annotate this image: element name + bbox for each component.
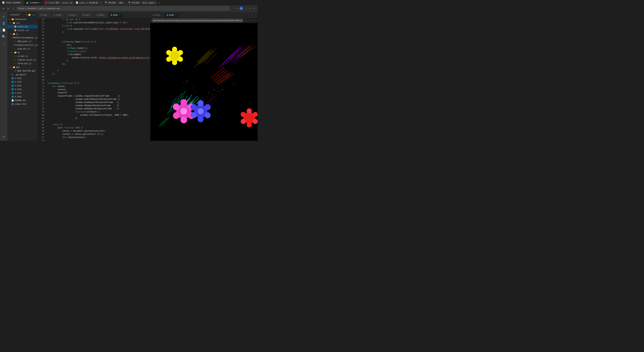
tree-item-5html[interactable]: 🌐 5.html xyxy=(8,91,38,95)
new-tab-button[interactable]: + xyxy=(157,1,161,5)
forward-button[interactable]: ▶ xyxy=(6,6,10,10)
tree-item-stylecss[interactable]: 🎨 style.css xyxy=(8,25,38,28)
preview-refresh-btn[interactable]: ↻ xyxy=(244,19,248,22)
tree-item-1html[interactable]: 🌐 1.html xyxy=(8,76,38,80)
code-line-66: } xyxy=(48,69,150,72)
sidebar-collapse-icon[interactable]: ⊖ xyxy=(34,13,36,16)
tab-3-favicon: ⬤ xyxy=(45,1,48,4)
activity-git[interactable]: ⑂ xyxy=(1,40,7,46)
editor-tab-3html-close[interactable]: ✕ xyxy=(76,14,78,16)
editor-tab-5html[interactable]: 5.html ✕ xyxy=(94,12,108,18)
maximize-btn[interactable]: □ xyxy=(248,6,252,10)
tree-item-three[interactable]: ⚡ three.min.js xyxy=(8,62,38,65)
browser-tab-3[interactable]: ⬤ Gitee 搜索 - Gitee.com ✕ xyxy=(44,0,74,5)
activity-menu[interactable]: ≡ xyxy=(1,13,7,19)
browser-chrome: 📝 写文章-CSDN博客 ✕ 💻 loveHeart ✕ ⬤ Gitee 搜索 … xyxy=(0,0,258,12)
preview-more-btn[interactable]: ⋯ xyxy=(253,19,256,22)
svg-point-66 xyxy=(220,93,221,93)
tree-item-simplex[interactable]: ⚡ simplex-noise.js xyxy=(8,58,38,62)
code-editor[interactable]: 5051525354555657585960616263646566676869… xyxy=(38,18,150,141)
tree-item-meshsurface[interactable]: ⚡ MeshSurfaceSampler.js xyxy=(8,36,38,39)
editor-tab-2html[interactable]: 2.html ✕ xyxy=(52,12,66,18)
editor-tab-5html-close[interactable]: ✕ xyxy=(105,14,106,16)
tree-item-6html[interactable]: 🌐 6.html xyxy=(8,95,38,99)
tree-item-trackball[interactable]: ⚡ TrackballControls.js xyxy=(8,43,38,47)
preview-tab-5html-label: 5.html xyxy=(152,14,160,16)
tab-2-close[interactable]: ✕ xyxy=(40,2,42,4)
tree-item-indexhtml[interactable]: 🌐 index.html xyxy=(8,102,38,106)
tree-item-4html[interactable]: 🌐 4.html xyxy=(8,87,38,91)
tree-item-readme[interactable]: 📄 README.md xyxy=(8,99,38,102)
preview-tab-6html-close[interactable]: ✕ xyxy=(175,14,176,16)
tab-6-label: 新年首题 - Bing images xyxy=(132,1,155,4)
activity-settings[interactable]: ⚙ xyxy=(1,133,7,139)
tree-item-2html[interactable]: 🌐 2.html xyxy=(8,80,38,84)
sidebar-refresh-icon[interactable]: ↻ xyxy=(32,13,33,16)
code-line-50: if (i !== -1) { xyxy=(48,18,150,21)
browser-tab-2[interactable]: 💻 loveHeart ✕ xyxy=(24,0,43,5)
tree-item-objloader[interactable]: ⚡ OBJLoader.js xyxy=(8,39,38,43)
extensions-btn[interactable]: ⚙ xyxy=(235,6,239,10)
editor-tab-6html-close[interactable]: ✕ xyxy=(119,14,120,16)
activity-search[interactable]: 🔍 xyxy=(1,33,7,39)
tab-5-close[interactable]: ✕ xyxy=(124,2,125,4)
tree-item-css[interactable]: ▼ 📁 css xyxy=(8,21,38,25)
file-icon-simplex: ⚡ xyxy=(14,59,17,61)
tab-1-close[interactable]: ✕ xyxy=(22,2,22,4)
preview-tab-6html[interactable]: 6.html ✕ xyxy=(164,12,178,18)
code-line-71: var canvas, xyxy=(48,85,150,88)
editor-tab-2html-close[interactable]: ✕ xyxy=(62,14,64,16)
preview-url-input[interactable] xyxy=(152,18,243,22)
tab-6-close[interactable]: ✕ xyxy=(156,2,157,4)
preview-tab-5html-close[interactable]: ✕ xyxy=(161,14,162,16)
tree-item-script[interactable]: ⚡ script.js xyxy=(8,54,38,58)
reload-button[interactable]: ↻ xyxy=(12,6,16,10)
close-browser-btn[interactable]: ✕ xyxy=(252,6,256,10)
back-button[interactable]: ◀ xyxy=(1,6,5,10)
svg-point-72 xyxy=(196,91,196,91)
sidebar-new-folder-icon[interactable]: 📁 xyxy=(28,13,31,16)
tree-label-stylecss: style.css xyxy=(18,25,28,28)
svg-point-96 xyxy=(247,108,252,113)
tree-item-me[interactable]: ▶ 📁 me xyxy=(8,51,38,54)
tab-4-close[interactable]: ✕ xyxy=(100,2,101,4)
browser-tab-1[interactable]: 📝 写文章-CSDN博客 ✕ xyxy=(1,0,24,5)
activity-explorer[interactable]: 📋 xyxy=(1,27,7,33)
browser-tab-6[interactable]: 🔍 新年首题 - Bing images ✕ xyxy=(127,0,157,5)
editor-tab-1html[interactable]: 1.html ✕ xyxy=(38,12,52,18)
tree-item-gitignore[interactable]: ⚙ .gitignore xyxy=(8,73,38,76)
code-line-72: context, xyxy=(48,88,150,91)
tree-item-gsap[interactable]: ⚡ gsap.min.js xyxy=(8,47,38,51)
browser-tab-4[interactable]: 📄 index.js 青木桶/踌/蜒姐节节书... ✕ xyxy=(74,0,103,5)
file-icon-4html: 🌐 xyxy=(12,88,14,90)
tree-item-mp3[interactable]: ▼ 📁 mp3 xyxy=(8,65,38,69)
bookmark-btn[interactable]: ☆ xyxy=(231,6,234,10)
preview-open-external-btn[interactable]: ↗ xyxy=(248,19,252,22)
editor-area: 1.html ✕ 2.html ✕ 3.html ✕ 4.html ✕ 5.ht… xyxy=(38,12,150,141)
activity-profile[interactable]: 👤 xyxy=(1,20,7,26)
browser-tab-5[interactable]: 🔍 新年首题 - 搜索 ✕ xyxy=(103,0,126,5)
tree-item-confession[interactable]: ▼ 📁 confession xyxy=(8,17,38,21)
code-content[interactable]: if (i !== -1) { S.UI.simulate(decodeURI(… xyxy=(46,18,150,141)
editor-tab-4html-close[interactable]: ✕ xyxy=(91,14,92,16)
editor-tab-6html[interactable]: 6.html ✕ xyxy=(108,12,122,18)
tree-item-js[interactable]: ▼ 📁 js xyxy=(8,32,38,36)
code-line-60: //console.log(m); xyxy=(48,50,150,53)
svg-point-71 xyxy=(194,86,194,86)
tree-item-3html[interactable]: 🌐 3.html xyxy=(8,84,38,87)
tab-3-close[interactable]: ✕ xyxy=(73,2,74,4)
profile-btn[interactable]: A xyxy=(240,6,243,10)
editor-tab-3html[interactable]: 3.html ✕ xyxy=(66,12,80,18)
svg-point-110 xyxy=(171,106,172,107)
preview-tab-5html[interactable]: 5.html ✕ xyxy=(150,12,164,18)
sidebar-new-file-icon[interactable]: ⊕ xyxy=(26,13,27,16)
address-bar[interactable]: https://fbede841.lightly.teamcode.com xyxy=(16,6,230,10)
tree-item-style1css[interactable]: 🎨 style1.css xyxy=(8,28,38,32)
editor-tab-4html[interactable]: 4.html ✕ xyxy=(80,12,94,18)
tree-item-audio[interactable]: 🎵 熊本-告白气球.mp3 xyxy=(8,69,38,73)
file-icon-gsap: ⚡ xyxy=(14,48,17,50)
svg-point-67 xyxy=(222,89,223,90)
editor-tab-1html-close[interactable]: ✕ xyxy=(48,14,49,16)
svg-point-4 xyxy=(178,57,183,62)
minimize-btn[interactable]: ─ xyxy=(244,6,248,10)
